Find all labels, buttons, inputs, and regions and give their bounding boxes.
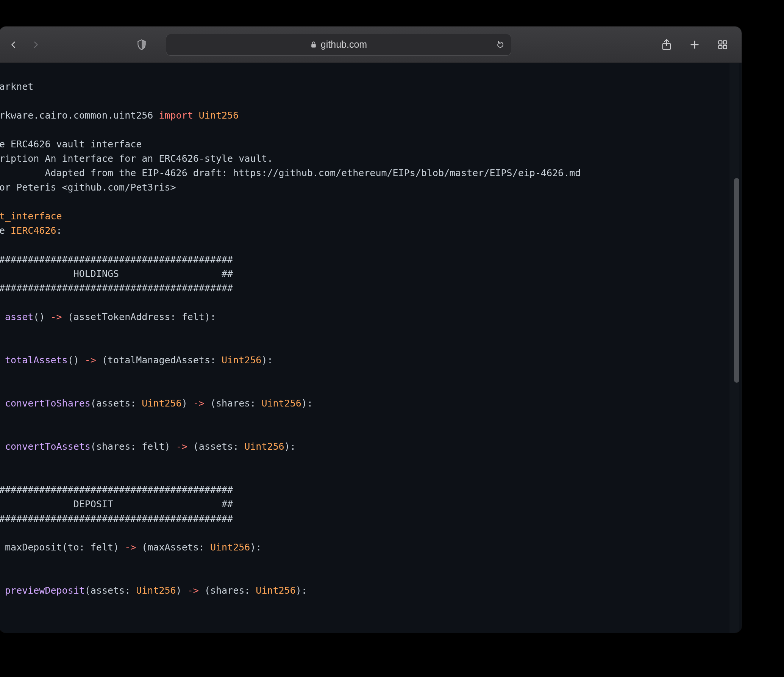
code-token: Uint256 <box>136 585 176 596</box>
svg-rect-5 <box>719 41 722 44</box>
code-block: arknet rkware.cairo.common.uint256 impor… <box>0 63 707 620</box>
nav-group <box>6 37 43 52</box>
code-token: or Peteris <github.com/Pet3ris> <box>0 182 176 193</box>
address-content: github.com <box>310 39 367 50</box>
code-token: ) <box>182 398 193 409</box>
browser-toolbar: github.com <box>0 27 742 63</box>
code-token: : <box>56 225 62 236</box>
code-token: -> <box>50 311 62 322</box>
code-token: Adapted from the EIP-4626 draft: https:/… <box>0 167 581 178</box>
code-token: ########################################… <box>0 254 233 265</box>
code-token: e <box>0 225 11 236</box>
vertical-scrollbar-thumb[interactable] <box>734 178 739 383</box>
code-token: () <box>33 311 50 322</box>
code-token: convertToShares <box>5 398 91 409</box>
reload-icon <box>496 39 505 50</box>
code-viewer[interactable]: arknet rkware.cairo.common.uint256 impor… <box>0 63 707 620</box>
reload-button[interactable] <box>496 39 505 50</box>
code-token: ): <box>261 355 273 366</box>
svg-rect-6 <box>723 41 727 44</box>
code-token: -> <box>193 398 205 409</box>
code-token: ): <box>284 441 296 452</box>
code-token: arknet <box>0 81 33 92</box>
code-token: Uint256 <box>199 110 239 121</box>
new-tab-button[interactable] <box>687 37 702 52</box>
svg-rect-7 <box>719 45 722 48</box>
code-token: ########################################… <box>0 513 233 524</box>
code-token: ): <box>296 585 307 596</box>
shield-icon <box>137 39 147 50</box>
code-token <box>193 110 199 121</box>
code-token: t_interface <box>0 211 62 222</box>
code-token: (shares: <box>205 398 262 409</box>
privacy-shield-button[interactable] <box>134 37 149 52</box>
code-token: Uint256 <box>142 398 181 409</box>
code-token: ) <box>176 585 187 596</box>
code-token <box>0 311 5 322</box>
code-token: ): <box>301 398 313 409</box>
code-token: Uint256 <box>222 355 261 366</box>
code-token: (maxAssets: <box>136 542 210 553</box>
share-icon <box>661 38 672 51</box>
code-token: maxDeposit(to: felt) <box>0 542 125 553</box>
code-token: ########################################… <box>0 283 233 294</box>
forward-button[interactable] <box>28 37 43 52</box>
code-token: (shares: <box>199 585 256 596</box>
code-token: ): <box>250 542 261 553</box>
code-token: IERC4626 <box>11 225 56 236</box>
code-token: import <box>159 110 193 121</box>
svg-rect-8 <box>723 45 727 48</box>
code-token <box>0 355 5 366</box>
svg-rect-0 <box>311 44 316 47</box>
code-token: Uint256 <box>210 542 250 553</box>
code-token: -> <box>187 585 199 596</box>
chevron-left-icon <box>9 39 18 51</box>
code-token: HOLDINGS ## <box>0 268 233 279</box>
code-token: e ERC4626 vault interface <box>0 139 142 150</box>
grid-icon <box>717 39 728 50</box>
browser-window: github.com <box>0 27 742 633</box>
code-token: (assetTokenAddress: felt): <box>62 311 216 322</box>
address-text: github.com <box>321 39 367 50</box>
code-token: asset <box>5 311 33 322</box>
code-token <box>0 585 5 596</box>
tab-overview-button[interactable] <box>715 37 730 52</box>
code-token: -> <box>176 441 187 452</box>
address-bar[interactable]: github.com <box>166 34 511 56</box>
code-token: (totalManagedAssets: <box>96 355 222 366</box>
chevron-right-icon <box>31 39 40 51</box>
code-token: totalAssets <box>5 355 68 366</box>
code-token: previewDeposit <box>5 585 85 596</box>
code-token: Uint256 <box>261 398 301 409</box>
code-token <box>0 398 5 409</box>
code-token: ription An interface for an ERC4626-styl… <box>0 153 273 164</box>
code-token: -> <box>125 542 136 553</box>
code-token: Uint256 <box>244 441 284 452</box>
toolbar-right-actions <box>659 37 730 52</box>
code-token: (shares: felt) <box>91 441 176 452</box>
code-token: DEPOSIT ## <box>0 499 233 510</box>
plus-icon <box>689 39 700 50</box>
code-token: ########################################… <box>0 484 233 495</box>
code-token: (assets: <box>187 441 245 452</box>
back-button[interactable] <box>6 37 21 52</box>
share-button[interactable] <box>659 37 674 52</box>
code-token <box>0 441 5 452</box>
code-token: () <box>68 355 85 366</box>
page-content[interactable]: arknet rkware.cairo.common.uint256 impor… <box>0 63 742 633</box>
code-token: Uint256 <box>256 585 295 596</box>
code-token: (assets: <box>91 398 142 409</box>
lock-icon <box>310 41 317 48</box>
code-token: (assets: <box>85 585 136 596</box>
code-token: rkware.cairo.common.uint256 <box>0 110 159 121</box>
code-token: convertToAssets <box>5 441 91 452</box>
code-token: -> <box>85 355 96 366</box>
